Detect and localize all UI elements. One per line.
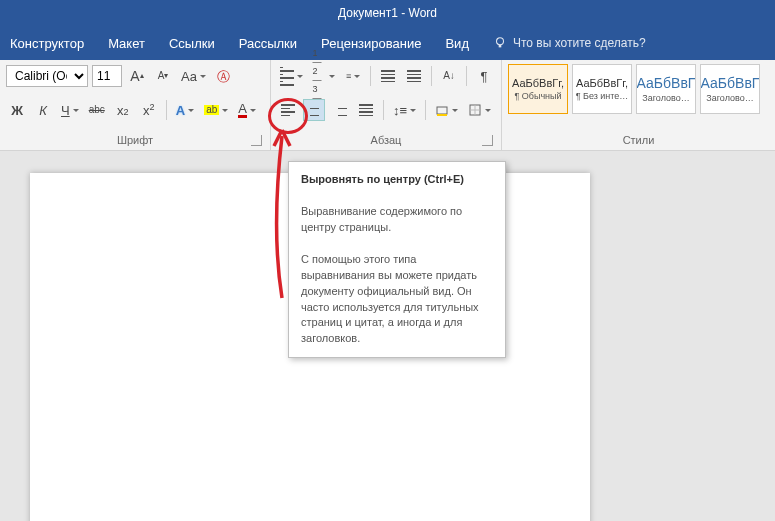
align-right-button[interactable] bbox=[329, 99, 351, 121]
svg-rect-1 bbox=[499, 45, 502, 48]
tell-me[interactable]: Что вы хотите сделать? bbox=[493, 36, 646, 50]
multilevel-button[interactable]: ≡ bbox=[342, 65, 364, 87]
align-justify-button[interactable] bbox=[355, 99, 377, 121]
separator bbox=[466, 66, 467, 86]
ribbon-tabs: Конструктор Макет Ссылки Рассылки Реценз… bbox=[0, 26, 775, 60]
font-dialog-launcher-icon[interactable] bbox=[251, 135, 262, 146]
svg-rect-2 bbox=[437, 107, 447, 114]
group-font: Calibri (Осно A▴ A▾ Aa Ⓐ Ж К Ч abc x2 x2… bbox=[0, 60, 271, 150]
separator bbox=[370, 66, 371, 86]
superscript-button[interactable]: x2 bbox=[138, 99, 160, 121]
subscript-button[interactable]: x2 bbox=[112, 99, 134, 121]
style-no-spacing[interactable]: АаБбВвГг,¶ Без инте… bbox=[572, 64, 632, 114]
paint-bucket-icon bbox=[435, 103, 449, 117]
group-styles-label: Стили bbox=[508, 132, 769, 148]
style-heading1[interactable]: АаБбВвГЗаголово… bbox=[636, 64, 696, 114]
separator bbox=[425, 100, 426, 120]
separator bbox=[431, 66, 432, 86]
svg-point-0 bbox=[496, 38, 503, 45]
increase-font-button[interactable]: A▴ bbox=[126, 65, 148, 87]
title-bar: Документ1 - Word bbox=[0, 0, 775, 26]
group-paragraph-label: Абзац bbox=[277, 132, 495, 148]
tooltip-title: Выровнять по центру (Ctrl+E) bbox=[301, 173, 464, 185]
tab-review[interactable]: Рецензирование bbox=[321, 36, 421, 51]
document-area[interactable]: Выровнять по центру (Ctrl+E) Выравнивани… bbox=[0, 151, 775, 521]
ribbon: Calibri (Осно A▴ A▾ Aa Ⓐ Ж К Ч abc x2 x2… bbox=[0, 60, 775, 151]
tab-mailings[interactable]: Рассылки bbox=[239, 36, 297, 51]
bold-button[interactable]: Ж bbox=[6, 99, 28, 121]
style-normal[interactable]: АаБбВвГг,¶ Обычный bbox=[508, 64, 568, 114]
decrease-font-button[interactable]: A▾ bbox=[152, 65, 174, 87]
borders-icon bbox=[468, 103, 482, 117]
shading-button[interactable] bbox=[432, 99, 461, 121]
group-font-label: Шрифт bbox=[6, 132, 264, 148]
font-name-select[interactable]: Calibri (Осно bbox=[6, 65, 88, 87]
tab-view[interactable]: Вид bbox=[445, 36, 469, 51]
separator bbox=[166, 100, 167, 120]
change-case-button[interactable]: Aa bbox=[178, 65, 209, 87]
font-color-button[interactable]: A bbox=[235, 99, 259, 121]
decrease-indent-button[interactable] bbox=[377, 65, 399, 87]
align-center-button[interactable] bbox=[303, 99, 325, 121]
underline-button[interactable]: Ч bbox=[58, 99, 82, 121]
numbering-button[interactable]: 1—2—3— bbox=[310, 65, 339, 87]
borders-button[interactable] bbox=[465, 99, 494, 121]
text-effects-button[interactable]: A bbox=[173, 99, 197, 121]
svg-rect-3 bbox=[437, 114, 447, 116]
lightbulb-icon bbox=[493, 36, 507, 50]
font-size-input[interactable] bbox=[92, 65, 122, 87]
increase-indent-button[interactable] bbox=[403, 65, 425, 87]
tooltip-p1: Выравнивание содержимого по центру стран… bbox=[301, 205, 462, 233]
doc-title: Документ1 - Word bbox=[338, 6, 437, 20]
highlight-button[interactable]: ab bbox=[201, 99, 231, 121]
style-heading2[interactable]: АаБбВвГЗаголово… bbox=[700, 64, 760, 114]
group-paragraph: 1—2—3— ≡ A↓ ¶ ↕≡ Абзац bbox=[271, 60, 502, 150]
separator bbox=[383, 100, 384, 120]
group-styles: АаБбВвГг,¶ Обычный АаБбВвГг,¶ Без инте… … bbox=[502, 60, 775, 150]
clear-format-button[interactable]: Ⓐ bbox=[213, 65, 235, 87]
tooltip-align-center: Выровнять по центру (Ctrl+E) Выравнивани… bbox=[288, 161, 506, 358]
tell-me-label: Что вы хотите сделать? bbox=[513, 36, 646, 50]
style-gallery[interactable]: АаБбВвГг,¶ Обычный АаБбВвГг,¶ Без инте… … bbox=[508, 64, 769, 114]
tab-references[interactable]: Ссылки bbox=[169, 36, 215, 51]
sort-button[interactable]: A↓ bbox=[438, 65, 460, 87]
bullets-button[interactable] bbox=[277, 65, 306, 87]
show-marks-button[interactable]: ¶ bbox=[473, 65, 495, 87]
italic-button[interactable]: К bbox=[32, 99, 54, 121]
tab-layout[interactable]: Макет bbox=[108, 36, 145, 51]
align-left-button[interactable] bbox=[277, 99, 299, 121]
tooltip-p2: С помощью этого типа выравнивания вы мож… bbox=[301, 253, 479, 345]
line-spacing-button[interactable]: ↕≡ bbox=[390, 99, 419, 121]
tab-designer[interactable]: Конструктор bbox=[10, 36, 84, 51]
paragraph-dialog-launcher-icon[interactable] bbox=[482, 135, 493, 146]
strike-button[interactable]: abc bbox=[86, 99, 108, 121]
